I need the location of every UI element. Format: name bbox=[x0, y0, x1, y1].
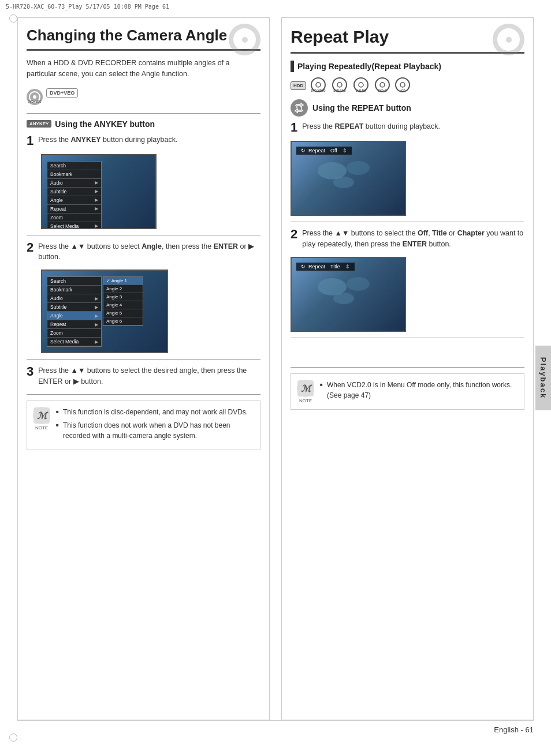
dvd-video-badge-icon: DVD+VEO bbox=[27, 89, 43, 105]
repeat-value-1: Off bbox=[330, 148, 337, 154]
menu-item-selectmedia-2: Select Media ▶ bbox=[47, 338, 101, 346]
section-bar bbox=[291, 61, 294, 72]
menu-item-audio-2: Audio ▶ bbox=[47, 294, 101, 303]
step-1-number: 1 bbox=[27, 134, 33, 147]
step-2-number: 2 bbox=[27, 241, 33, 254]
repeat-icon-1: ↻ bbox=[301, 148, 306, 154]
menu-item-search-2: Search bbox=[47, 277, 101, 286]
repeat-arrows-1: ⇕ bbox=[342, 148, 347, 154]
svg-text:DVD+VEO: DVD+VEO bbox=[28, 100, 41, 103]
dvd-decoration bbox=[229, 24, 263, 58]
repeat-value-2: Title bbox=[330, 264, 340, 270]
right-step-2: 2 Press the ▲▼ buttons to select the Off… bbox=[291, 228, 524, 250]
menu-panel-2: Search Bookmark Audio ▶ Subtitle ▶ Angle… bbox=[47, 276, 102, 347]
punch-hole-top bbox=[9, 14, 17, 23]
left-note-text: This function is disc-dependent, and may… bbox=[56, 407, 254, 444]
svg-text:DVD-RAM: DVD-RAM bbox=[334, 89, 346, 92]
anykey-subsection-heading: ANYKEY Using the ANYKEY button bbox=[27, 119, 260, 129]
svg-point-9 bbox=[337, 83, 342, 87]
repeat-screenshot-2: ↻ Repeat Title ⇕ bbox=[291, 257, 406, 332]
file-header: 5-HR720-XAC_60-73_Play 5/17/05 10:08 PM … bbox=[6, 3, 169, 10]
menu-item-bookmark-2: Bookmark bbox=[47, 286, 101, 294]
submenu-panel: ✓ Angle 1 Angle 2 Angle 3 Angle 4 Angle … bbox=[103, 276, 143, 326]
page-footer: English - 61 bbox=[17, 720, 534, 739]
svg-point-6 bbox=[316, 83, 321, 87]
repeat-icon-2: ↻ bbox=[301, 264, 306, 270]
divider-2 bbox=[27, 235, 260, 235]
note-icon-left: ℳ bbox=[33, 407, 50, 424]
right-column: Repeat Play Playing Repeatedly(Repeat Pl… bbox=[281, 17, 534, 720]
svg-point-1 bbox=[33, 95, 36, 99]
repeat-screenshot-1: ↻ Repeat Off ⇕ bbox=[291, 141, 406, 216]
anykey-icon: ANYKEY bbox=[27, 120, 51, 128]
angle-4: Angle 4 bbox=[103, 301, 143, 309]
repeat-subsection-heading: Using the REPEAT button bbox=[291, 99, 524, 117]
repeat-text-2: Repeat bbox=[308, 264, 325, 270]
angle-2: Angle 2 bbox=[103, 285, 143, 293]
fmt-vcd-icon: VCD bbox=[394, 77, 411, 93]
step-2: 2 Press the ▲▼ buttons to select Angle, … bbox=[27, 241, 260, 263]
left-note-section: ℳ NOTE This function is disc-dependent, … bbox=[27, 401, 260, 450]
repeat-overlay-2: ↻ Repeat Title ⇕ bbox=[296, 263, 355, 271]
right-divider-3 bbox=[291, 367, 524, 368]
repeat-subsection-title: Using the REPEAT button bbox=[312, 103, 411, 113]
step-3-text: Press the ▲▼ buttons to select the desir… bbox=[38, 365, 260, 387]
right-note-text: When VCD2.0 is in Menu Off mode only, th… bbox=[320, 380, 518, 403]
svg-point-18 bbox=[400, 83, 405, 87]
menu-screenshot-2: Search Bookmark Audio ▶ Subtitle ▶ Angle… bbox=[41, 270, 168, 353]
note-icon-wrapper-left: ℳ NOTE bbox=[33, 407, 50, 431]
format-icons: HDD DVD-VIDEO DVD-RAM bbox=[291, 77, 524, 95]
svg-point-12 bbox=[359, 83, 363, 87]
birds-svg-1 bbox=[309, 154, 390, 200]
right-divider-2 bbox=[291, 338, 524, 338]
dvd-decoration-right bbox=[493, 24, 527, 58]
step-3-number: 3 bbox=[27, 365, 33, 378]
fmt-dvd-video-icon: DVD-VIDEO bbox=[309, 77, 327, 93]
fmt-dvd-r-icon: DVD+R bbox=[373, 77, 392, 93]
right-step-1-number: 1 bbox=[291, 121, 297, 134]
fmt-dvd-rw-icon: DVD-RW bbox=[352, 77, 370, 93]
repeat-text-1: Repeat bbox=[308, 148, 325, 154]
svg-point-22 bbox=[333, 177, 354, 188]
svg-point-15 bbox=[380, 83, 385, 87]
right-step-1: 1 Press the REPEAT button during playbac… bbox=[291, 121, 524, 134]
angle-1: ✓ Angle 1 bbox=[103, 277, 143, 285]
fmt-dvd-ram-icon: DVD-RAM bbox=[330, 77, 349, 93]
menu-item-subtitle: Subtitle ▶ bbox=[47, 188, 101, 196]
step-1-text: Press the ANYKEY button during playback. bbox=[38, 134, 260, 145]
menu-item-selectmedia: Select Media ▶ bbox=[47, 222, 101, 229]
right-divider-1 bbox=[291, 222, 524, 222]
divider-3 bbox=[27, 359, 260, 360]
note-label-left: NOTE bbox=[35, 425, 48, 431]
angle-6: Angle 6 bbox=[103, 317, 143, 325]
left-column: Changing the Camera Angle When a HDD & D… bbox=[17, 17, 270, 720]
note-label-right: NOTE bbox=[299, 398, 312, 403]
menu-item-bookmark: Bookmark bbox=[47, 170, 101, 179]
right-section-title: Repeat Play bbox=[291, 27, 524, 54]
svg-text:DVD+R: DVD+R bbox=[378, 89, 388, 92]
menu-item-angle-2-selected: Angle ▶ bbox=[47, 312, 101, 320]
svg-text:DVD-RW: DVD-RW bbox=[356, 89, 367, 92]
step-3: 3 Press the ▲▼ buttons to select the des… bbox=[27, 365, 260, 387]
svg-point-24 bbox=[347, 277, 370, 291]
svg-point-25 bbox=[333, 293, 354, 304]
menu-item-zoom-2: Zoom bbox=[47, 329, 101, 338]
repeat-overlay-1: ↻ Repeat Off ⇕ bbox=[296, 147, 352, 155]
repeat-button-icon bbox=[291, 99, 308, 117]
menu-item-repeat: Repeat ▶ bbox=[47, 205, 101, 214]
menu-item-subtitle-2: Subtitle ▶ bbox=[47, 303, 101, 312]
menu-item-angle: Angle ▶ bbox=[47, 196, 101, 205]
birds-svg-2 bbox=[309, 270, 390, 316]
divider-1 bbox=[27, 113, 260, 114]
menu-item-repeat-2: Repeat ▶ bbox=[47, 320, 101, 329]
left-section-title: Changing the Camera Angle bbox=[27, 27, 260, 51]
menu-panel-1: Search Bookmark Audio ▶ Subtitle ▶ Angle… bbox=[47, 161, 102, 229]
spacer bbox=[291, 344, 524, 361]
menu-screenshot-1: Search Bookmark Audio ▶ Subtitle ▶ Angle… bbox=[41, 154, 157, 229]
svg-text:DVD-VIDEO: DVD-VIDEO bbox=[311, 89, 326, 92]
playing-repeatedly-title: Playing Repeatedly(Repeat Playback) bbox=[297, 62, 441, 71]
playback-sidebar-label: Playback bbox=[535, 346, 551, 410]
fmt-hdd: HDD bbox=[291, 81, 306, 91]
svg-point-21 bbox=[347, 161, 370, 175]
repeat-arrows-2: ⇕ bbox=[345, 264, 350, 270]
